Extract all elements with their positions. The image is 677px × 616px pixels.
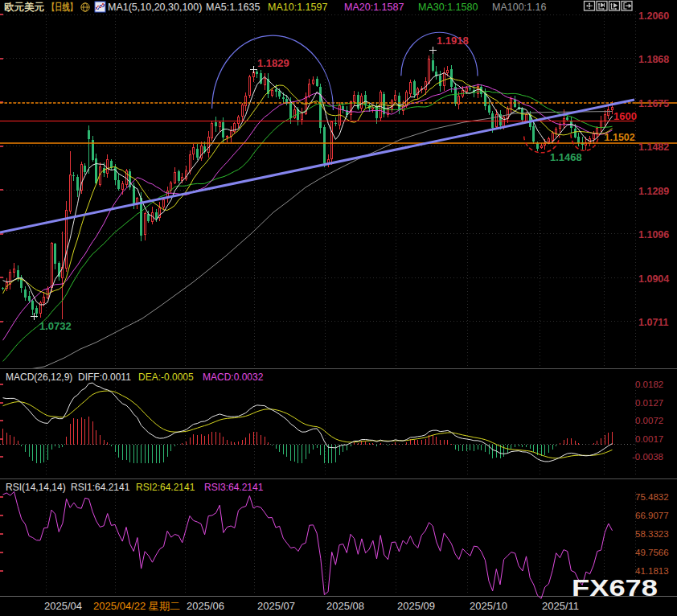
svg-text:1.1829: 1.1829 [257,57,289,69]
svg-text:1.1468: 1.1468 [550,151,582,163]
svg-text:【日线】: 【日线】 [47,2,77,13]
svg-text:MA5:1.1635: MA5:1.1635 [206,2,260,13]
svg-text:49.7566: 49.7566 [635,548,669,557]
svg-text:2025/11: 2025/11 [542,600,579,612]
svg-text:2025/04/22 星期二: 2025/04/22 星期二 [93,601,180,612]
svg-text:DIFF:0.0011: DIFF:0.0011 [78,372,131,383]
svg-text:1.1289: 1.1289 [638,186,669,197]
svg-text:MACD(26,12,9): MACD(26,12,9) [6,372,72,383]
svg-text:MA10:1.1597: MA10:1.1597 [268,2,327,13]
svg-text:1.1868: 1.1868 [638,54,669,65]
svg-text:DEA:-0.0005: DEA:-0.0005 [138,372,194,383]
svg-text:MA30:1.1580: MA30:1.1580 [418,2,478,13]
svg-text:1.1482: 1.1482 [638,142,669,153]
svg-text:0.0127: 0.0127 [635,398,663,408]
svg-text:MA20:1.1587: MA20:1.1587 [344,2,404,13]
svg-text:1.0732: 1.0732 [39,320,72,332]
svg-text:0.0017: 0.0017 [635,434,663,444]
svg-text:FX678: FX678 [572,574,658,601]
svg-text:75.4832: 75.4832 [635,492,669,502]
svg-text:1.0711: 1.0711 [638,317,669,328]
svg-text:1.1918: 1.1918 [437,35,469,47]
svg-text:RSI(14,14,14): RSI(14,14,14) [6,482,66,493]
svg-text:1.0904: 1.0904 [638,273,669,285]
svg-text:2025/06: 2025/06 [187,600,224,612]
svg-text:1.1675: 1.1675 [638,98,669,109]
svg-text:-0.0038: -0.0038 [632,452,663,462]
svg-text:2025/08: 2025/08 [326,600,364,612]
svg-text:RSI2:64.2141: RSI2:64.2141 [136,482,195,493]
svg-text:RSI3:64.2141: RSI3:64.2141 [204,482,264,493]
svg-text:1.1502: 1.1502 [605,132,635,143]
svg-text:RSI1:64.2141: RSI1:64.2141 [71,482,130,493]
svg-text:66.9077: 66.9077 [635,511,669,520]
svg-text:MACD:0.0032: MACD:0.0032 [203,372,264,383]
svg-text:1600: 1600 [613,110,637,122]
svg-text:2025/10: 2025/10 [470,600,507,612]
svg-text:MA1(5,10,20,30,100): MA1(5,10,20,30,100) [108,2,202,13]
svg-text:MA100:1.16: MA100:1.16 [492,2,546,13]
svg-text:41.1813: 41.1813 [635,566,669,576]
svg-text:欧元美元: 欧元美元 [4,1,45,13]
svg-text:2025/07: 2025/07 [257,600,295,612]
svg-text:1.2060: 1.2060 [638,10,669,22]
svg-text:2025/04: 2025/04 [44,600,82,612]
svg-text:0.0072: 0.0072 [635,416,663,425]
svg-text:2025/09: 2025/09 [397,600,435,612]
svg-text:0.0182: 0.0182 [635,380,663,389]
svg-text:1.1096: 1.1096 [638,229,669,240]
svg-text:58.3323: 58.3323 [635,529,669,539]
